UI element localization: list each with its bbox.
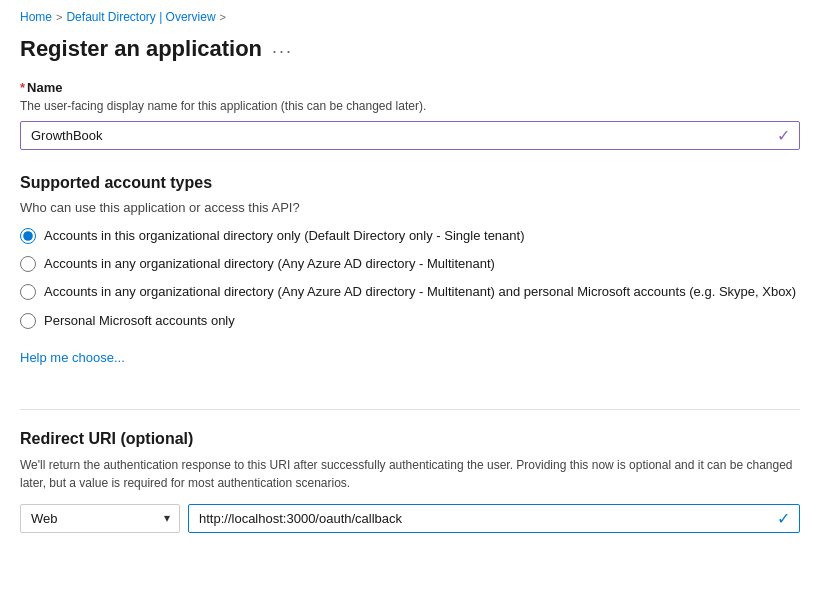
name-check-icon: ✓ [777, 126, 790, 145]
redirect-uri-group: Redirect URI (optional) We'll return the… [20, 430, 800, 533]
breadcrumb-home[interactable]: Home [20, 10, 52, 24]
name-label: *Name [20, 80, 800, 95]
radio-label-2: Accounts in any organizational directory… [44, 255, 495, 273]
radio-item-2[interactable]: Accounts in any organizational directory… [20, 255, 800, 273]
required-star: * [20, 80, 25, 95]
breadcrumb-sep-2: > [220, 11, 226, 23]
redirect-uri-description: We'll return the authentication response… [20, 456, 800, 492]
name-input-wrapper: ✓ [20, 121, 800, 150]
radio-item-3[interactable]: Accounts in any organizational directory… [20, 283, 800, 301]
page-title: Register an application [20, 36, 262, 62]
name-input[interactable] [20, 121, 800, 150]
account-types-subtitle: Who can use this application or access t… [20, 200, 800, 215]
form-container: *Name The user-facing display name for t… [0, 80, 820, 533]
section-divider [20, 409, 800, 410]
radio-input-2[interactable] [20, 256, 36, 272]
breadcrumb-directory[interactable]: Default Directory | Overview [66, 10, 215, 24]
help-link[interactable]: Help me choose... [20, 350, 125, 365]
uri-check-icon: ✓ [777, 509, 790, 528]
radio-input-1[interactable] [20, 228, 36, 244]
more-options-button[interactable]: ··· [272, 41, 293, 62]
radio-label-3: Accounts in any organizational directory… [44, 283, 796, 301]
redirect-uri-title: Redirect URI (optional) [20, 430, 800, 448]
platform-select[interactable]: Web SPA Public client/native (mobile & d… [20, 504, 180, 533]
radio-label-1: Accounts in this organizational director… [44, 227, 525, 245]
radio-input-4[interactable] [20, 313, 36, 329]
name-field-group: *Name The user-facing display name for t… [20, 80, 800, 150]
radio-group: Accounts in this organizational director… [20, 227, 800, 330]
account-types-group: Supported account types Who can use this… [20, 174, 800, 385]
page-header: Register an application ··· [0, 30, 833, 80]
uri-input[interactable] [188, 504, 800, 533]
uri-input-wrapper: ✓ [188, 504, 800, 533]
name-description: The user-facing display name for this ap… [20, 99, 800, 113]
radio-label-4: Personal Microsoft accounts only [44, 312, 235, 330]
breadcrumb: Home > Default Directory | Overview > [0, 0, 833, 30]
redirect-inputs: Web SPA Public client/native (mobile & d… [20, 504, 800, 533]
radio-item-1[interactable]: Accounts in this organizational director… [20, 227, 800, 245]
account-types-title: Supported account types [20, 174, 800, 192]
radio-input-3[interactable] [20, 284, 36, 300]
platform-select-wrapper: Web SPA Public client/native (mobile & d… [20, 504, 180, 533]
radio-item-4[interactable]: Personal Microsoft accounts only [20, 312, 800, 330]
breadcrumb-sep-1: > [56, 11, 62, 23]
